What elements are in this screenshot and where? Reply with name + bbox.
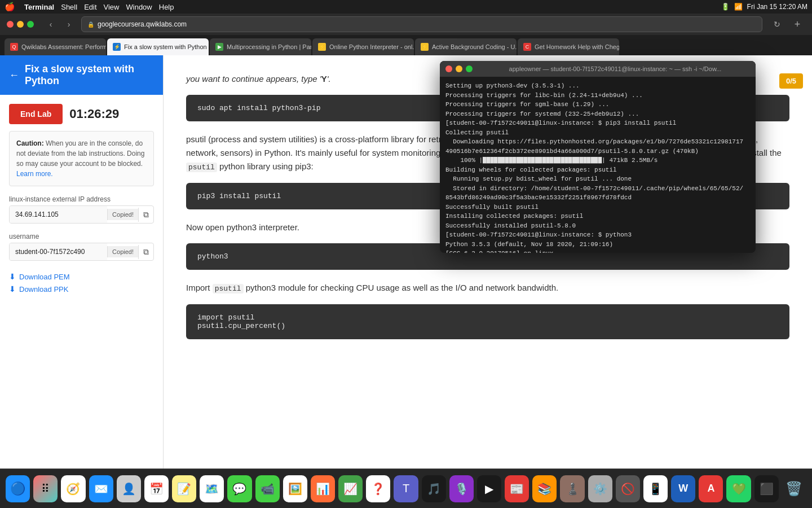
dock-item-launchpad[interactable]: ⠿ bbox=[33, 475, 58, 502]
lab-back-button[interactable]: ← bbox=[9, 69, 19, 81]
dock-item-contacts[interactable]: 👤 bbox=[117, 475, 141, 502]
ip-copied-badge: Copied! bbox=[107, 209, 138, 220]
tab-label-1: Qwiklabs Assessment: Perform... bbox=[21, 43, 106, 50]
dock-item-dnd[interactable]: 🚫 bbox=[616, 475, 640, 502]
appletv-icon: ▶ bbox=[485, 482, 493, 496]
end-lab-button[interactable]: End Lab bbox=[9, 104, 63, 124]
terminal-window[interactable]: appleowner — student-00-7f1572c49011@lin… bbox=[440, 61, 756, 253]
dock-item-trash[interactable]: 🗑️ bbox=[782, 475, 806, 502]
clock: Fri Jan 15 12:20 AM bbox=[747, 3, 807, 11]
download-pem-label: Download PEM bbox=[19, 273, 70, 281]
apple-menu-icon[interactable]: 🍎 bbox=[5, 2, 15, 12]
tab-fix-slow[interactable]: ⚡ Fix a slow system with Python |... bbox=[107, 38, 209, 55]
view-menu[interactable]: View bbox=[104, 3, 120, 11]
nav-buttons: ‹ › bbox=[43, 17, 77, 31]
dock-item-teams[interactable]: T bbox=[394, 475, 418, 502]
ip-section: linux-instance external IP address 34.69… bbox=[9, 195, 154, 224]
dock-item-chess[interactable]: ♟️ bbox=[560, 475, 584, 502]
tab-qwiklabs[interactable]: Q Qwiklabs Assessment: Perform... bbox=[5, 38, 106, 55]
lab-title: Fix a slow system with Python bbox=[25, 63, 154, 87]
dock-item-books[interactable]: 📚 bbox=[532, 475, 557, 502]
learn-more-link[interactable]: Learn more. bbox=[16, 170, 53, 178]
url-bar[interactable]: 🔒 googlecoursera.qwiklabs.com bbox=[81, 16, 762, 32]
terminal-dock-icon: ⬛ bbox=[760, 482, 774, 496]
dock-item-numbers[interactable]: 📈 bbox=[338, 475, 363, 502]
dock-item-news[interactable]: 📰 bbox=[505, 475, 529, 502]
dock-item-notes[interactable]: 📝 bbox=[172, 475, 196, 502]
terminal-maximize-button[interactable] bbox=[466, 65, 473, 72]
tab-favicon-1: Q bbox=[10, 43, 18, 51]
shell-menu[interactable]: Shell bbox=[61, 3, 77, 11]
dock-item-podcasts[interactable]: 🎙️ bbox=[449, 475, 474, 502]
tab-label-3: Multiprocessing in Python | Part... bbox=[227, 43, 311, 50]
word-icon: W bbox=[678, 483, 688, 494]
minimize-window-button[interactable] bbox=[17, 21, 24, 28]
dock-item-photos[interactable]: 🖼️ bbox=[283, 475, 307, 502]
forward-button[interactable]: › bbox=[61, 17, 77, 31]
ip-copy-button[interactable]: ⧉ bbox=[138, 208, 153, 222]
safari-icon: 🧭 bbox=[66, 482, 80, 496]
dock-item-keynote[interactable]: 📊 bbox=[311, 475, 335, 502]
dock-item-whatsapp[interactable]: 💚 bbox=[726, 475, 751, 502]
chess-icon: ♟️ bbox=[566, 482, 580, 496]
terminal-body[interactable]: Setting up python3-dev (3.5.3-1) ... Pro… bbox=[440, 77, 756, 253]
close-window-button[interactable] bbox=[7, 21, 14, 28]
finder-icon: 🔵 bbox=[10, 481, 25, 496]
dock-item-help[interactable]: ❓ bbox=[366, 475, 390, 502]
username-copied-badge: Copied! bbox=[107, 246, 138, 257]
photos-icon: 🖼️ bbox=[288, 482, 302, 496]
username-copy-button[interactable]: ⧉ bbox=[138, 245, 153, 259]
terminal-title: appleowner — student-00-7f1572c49011@lin… bbox=[480, 65, 750, 72]
terminal-titlebar: appleowner — student-00-7f1572c49011@lin… bbox=[440, 61, 756, 77]
menu-bar: 🍎 Terminal Shell Edit View Window Help 🔋… bbox=[0, 0, 812, 14]
terminal-close-button[interactable] bbox=[445, 65, 452, 72]
notes-icon: 📝 bbox=[177, 482, 191, 496]
tab-python-interp[interactable]: ⚡ Online Python Interpreter - onl... bbox=[312, 38, 414, 55]
tab-active-bg[interactable]: ⚡ Active Background Coding - U... 0 bbox=[415, 38, 517, 55]
help-menu[interactable]: Help bbox=[159, 3, 174, 11]
window-menu[interactable]: Window bbox=[126, 3, 152, 11]
timer-display: 01:26:29 bbox=[69, 107, 119, 121]
dock-item-safari[interactable]: 🧭 bbox=[61, 475, 85, 502]
lock-icon: 🔒 bbox=[87, 21, 94, 28]
dock-item-messages[interactable]: 💬 bbox=[227, 475, 251, 502]
tab-label-2: Fix a slow system with Python |... bbox=[124, 43, 209, 50]
dock-item-settings[interactable]: ⚙️ bbox=[588, 475, 612, 502]
maximize-window-button[interactable] bbox=[27, 21, 34, 28]
android-icon: 📱 bbox=[648, 482, 663, 496]
dock-item-appletv[interactable]: ▶ bbox=[477, 475, 501, 502]
dnd-icon: 🚫 bbox=[621, 482, 635, 496]
mail-icon: ✉️ bbox=[94, 482, 108, 496]
download-ppk-link[interactable]: ⬇ Download PPK bbox=[9, 284, 154, 294]
tab-chegg[interactable]: C Get Homework Help with Cheg... bbox=[518, 38, 619, 55]
dock-item-word[interactable]: W bbox=[671, 475, 695, 502]
dock-item-mail[interactable]: ✉️ bbox=[89, 475, 113, 502]
username-section: username student-00-7f1572c490 Copied! ⧉ bbox=[9, 233, 154, 261]
download-pem-link[interactable]: ⬇ Download PEM bbox=[9, 272, 154, 281]
dock-item-acrobat[interactable]: A bbox=[699, 475, 723, 502]
new-tab-button[interactable]: + bbox=[789, 17, 805, 31]
ip-field-row: 34.69.141.105 Copied! ⧉ bbox=[9, 205, 154, 224]
download-ppk-label: Download PPK bbox=[19, 285, 68, 294]
psutil-code-1: psutil bbox=[186, 163, 217, 172]
acrobat-icon: A bbox=[707, 483, 714, 494]
download-pem-icon: ⬇ bbox=[9, 272, 16, 281]
tab-multiprocessing[interactable]: ▶ Multiprocessing in Python | Part... bbox=[210, 38, 311, 55]
edit-menu[interactable]: Edit bbox=[84, 3, 96, 11]
dock-item-android[interactable]: 📱 bbox=[643, 475, 668, 502]
dock-item-music[interactable]: 🎵 bbox=[422, 475, 446, 502]
terminal-minimize-button[interactable] bbox=[456, 65, 462, 72]
dock-item-terminal[interactable]: ⬛ bbox=[754, 475, 779, 502]
username-value: student-00-7f1572c490 bbox=[10, 243, 107, 260]
dock-item-calendar[interactable]: 📅 bbox=[144, 475, 169, 502]
back-button[interactable]: ‹ bbox=[43, 17, 59, 31]
reload-button[interactable]: ↻ bbox=[769, 17, 785, 31]
dock-item-maps[interactable]: 🗺️ bbox=[200, 475, 224, 502]
app-name[interactable]: Terminal bbox=[24, 3, 54, 11]
dock-item-facetime[interactable]: 📹 bbox=[255, 475, 280, 502]
facetime-icon: 📹 bbox=[261, 482, 275, 496]
browser-tabs: Q Qwiklabs Assessment: Perform... ⚡ Fix … bbox=[0, 35, 812, 55]
psutil-code-2: psutil bbox=[213, 284, 244, 294]
tab-favicon-2: ⚡ bbox=[113, 43, 121, 51]
dock-item-finder[interactable]: 🔵 bbox=[6, 475, 30, 502]
